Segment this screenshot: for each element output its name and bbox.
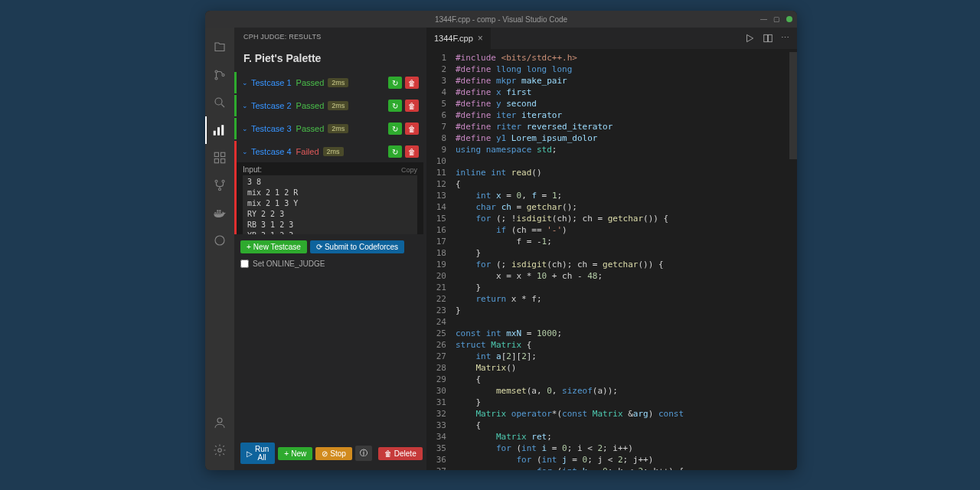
- copy-button[interactable]: Copy: [401, 166, 417, 174]
- online-judge-checkbox[interactable]: [240, 260, 249, 268]
- time-badge: 2ms: [328, 124, 348, 133]
- delete-button[interactable]: 🗑Delete: [378, 447, 423, 460]
- docker-icon[interactable]: [205, 199, 234, 227]
- delete-testcase-button[interactable]: 🗑: [405, 145, 419, 158]
- close-icon[interactable]: ×: [478, 33, 483, 44]
- delete-testcase-button[interactable]: 🗑: [405, 100, 419, 112]
- cph-panel: CPH JUDGE: RESULTS F. Piet's Palette ⌄Te…: [234, 28, 426, 470]
- testcase-actions: ↻🗑: [388, 100, 419, 112]
- gear-icon[interactable]: [205, 436, 234, 464]
- delete-testcase-button[interactable]: 🗑: [405, 77, 419, 89]
- testcase-actions: ↻🗑: [388, 122, 419, 135]
- window-title: 1344F.cpp - comp - Visual Studio Code: [435, 15, 567, 24]
- play-icon[interactable]: [744, 33, 755, 44]
- svg-rect-7: [214, 152, 218, 156]
- testcase-row[interactable]: ⌄Testcase 3Passed2ms↻🗑: [234, 118, 423, 139]
- testcase-status: Passed: [296, 101, 325, 110]
- testcase-name: Testcase 3: [251, 124, 292, 133]
- close-icon[interactable]: [786, 16, 792, 22]
- extensions-icon[interactable]: [205, 144, 234, 172]
- svg-point-12: [222, 180, 224, 182]
- testcase-status: Passed: [296, 78, 325, 87]
- svg-point-1: [215, 77, 217, 80]
- svg-rect-17: [764, 34, 768, 41]
- stop-button[interactable]: ⊘Stop: [315, 447, 352, 460]
- editor-area: 1344F.cpp × ⋯ 12345678910111213141516171…: [426, 28, 797, 470]
- debug-icon[interactable]: [205, 227, 234, 254]
- svg-rect-9: [214, 159, 218, 163]
- more-icon[interactable]: ⋯: [781, 33, 789, 44]
- code-content[interactable]: #include <bits/stdc++.h>#define llong lo…: [456, 49, 797, 470]
- testcase-actions: ↻🗑: [388, 145, 419, 158]
- testcase-row[interactable]: ⌄Testcase 4Failed2ms↻🗑: [234, 141, 423, 162]
- minimize-icon[interactable]: —: [760, 15, 767, 23]
- problem-title: F. Piet's Palette: [234, 46, 426, 72]
- rerun-button[interactable]: ↻: [388, 122, 402, 135]
- svg-rect-18: [769, 34, 773, 41]
- new-button[interactable]: +New: [278, 447, 312, 460]
- rerun-button[interactable]: ↻: [388, 145, 402, 158]
- status-bar: [234, 141, 237, 162]
- svg-point-15: [217, 418, 222, 423]
- testcase-row[interactable]: ⌄Testcase 1Passed2ms↻🗑: [234, 72, 423, 93]
- panel-header: CPH JUDGE: RESULTS: [234, 28, 426, 46]
- testcase-list: ⌄Testcase 1Passed2ms↻🗑⌄Testcase 2Passed2…: [234, 72, 426, 234]
- chevron-down-icon[interactable]: ⌄: [242, 125, 248, 132]
- new-testcase-button[interactable]: +New Testcase: [240, 240, 307, 253]
- submit-codeforces-button[interactable]: ⟳Submit to Codeforces: [310, 240, 404, 253]
- tab-bar: 1344F.cpp × ⋯: [426, 28, 797, 49]
- vscode-window: 1344F.cpp - comp - Visual Studio Code — …: [205, 11, 797, 470]
- git-branch-icon[interactable]: [205, 172, 234, 199]
- maximize-icon[interactable]: ▢: [773, 15, 780, 23]
- chevron-down-icon[interactable]: ⌄: [242, 148, 248, 155]
- testcase-name: Testcase 4: [251, 147, 292, 156]
- testcase-name: Testcase 1: [251, 78, 292, 87]
- activity-bar: [205, 28, 234, 470]
- time-badge: 2ms: [323, 147, 344, 156]
- chevron-down-icon[interactable]: ⌄: [242, 79, 248, 87]
- split-icon[interactable]: [763, 33, 773, 44]
- status-bar: [234, 118, 237, 139]
- scrollbar-thumb[interactable]: [789, 52, 797, 159]
- run-all-button[interactable]: ▷Run All: [240, 443, 275, 464]
- svg-rect-10: [221, 159, 225, 163]
- account-icon[interactable]: [205, 409, 234, 436]
- time-badge: 2ms: [328, 78, 348, 87]
- online-judge-label: Set ONLINE_JUDGE: [253, 260, 325, 268]
- time-badge: 2ms: [328, 101, 348, 110]
- cph-icon[interactable]: [205, 116, 234, 144]
- search-icon[interactable]: [205, 89, 234, 116]
- svg-point-2: [222, 74, 224, 77]
- svg-point-11: [215, 180, 217, 182]
- code-editor[interactable]: 1234567891011121314151617181920212223242…: [426, 49, 797, 470]
- titlebar: 1344F.cpp - comp - Visual Studio Code — …: [205, 11, 797, 28]
- trash-icon: 🗑: [384, 449, 392, 458]
- input-content[interactable]: 3 8 mix 2 1 2 R mix 2 1 3 Y RY 2 2 3 RB …: [243, 175, 417, 234]
- svg-point-13: [219, 188, 221, 191]
- tab-label: 1344F.cpp: [434, 34, 473, 43]
- plus-icon: +: [284, 449, 289, 458]
- source-control-icon[interactable]: [205, 61, 234, 89]
- svg-rect-5: [217, 127, 220, 136]
- line-gutter: 1234567891011121314151617181920212223242…: [426, 49, 456, 470]
- svg-point-16: [218, 449, 222, 452]
- svg-rect-4: [214, 131, 216, 136]
- svg-rect-8: [221, 152, 225, 156]
- delete-testcase-button[interactable]: 🗑: [405, 122, 419, 135]
- plus-icon: +: [247, 243, 251, 251]
- testcase-status: Failed: [296, 147, 319, 156]
- chevron-down-icon[interactable]: ⌄: [242, 102, 248, 109]
- svg-point-3: [215, 98, 222, 105]
- play-icon: ▷: [247, 449, 253, 458]
- status-bar: [234, 95, 237, 116]
- help-button[interactable]: ⓘ: [355, 446, 372, 461]
- svg-point-0: [215, 70, 217, 73]
- svg-point-14: [215, 236, 224, 245]
- explorer-icon[interactable]: [205, 34, 234, 61]
- rerun-button[interactable]: ↻: [388, 77, 402, 89]
- testcase-row[interactable]: ⌄Testcase 2Passed2ms↻🗑: [234, 95, 423, 116]
- bottom-toolbar: ▷Run All +New ⊘Stop ⓘ 🗑Delete: [234, 436, 426, 470]
- rerun-button[interactable]: ↻: [388, 100, 402, 112]
- svg-rect-6: [221, 125, 224, 136]
- tab-file[interactable]: 1344F.cpp ×: [426, 28, 492, 49]
